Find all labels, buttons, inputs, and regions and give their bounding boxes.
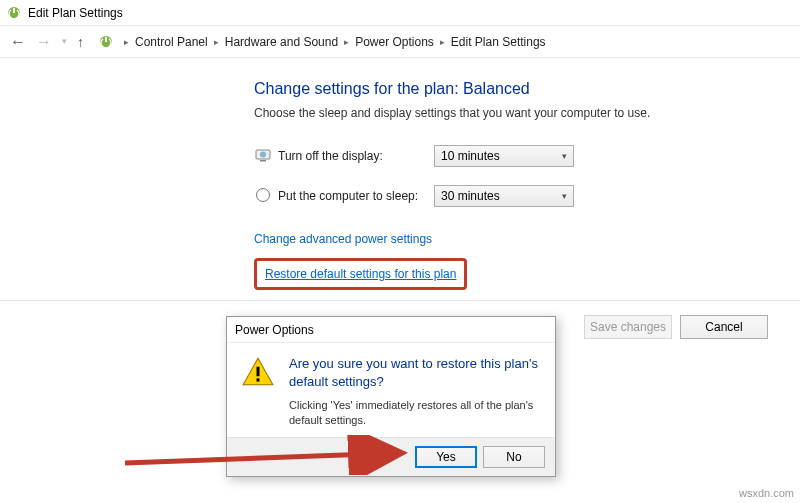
title-bar: Edit Plan Settings xyxy=(0,0,800,26)
warning-icon xyxy=(241,355,275,429)
nav-bar: ← → ▾ ↑ ▸ Control Panel ▸ Hardware and S… xyxy=(0,26,800,58)
power-plan-icon xyxy=(6,5,22,21)
location-icon xyxy=(98,34,114,50)
row-sleep: Put the computer to sleep: 30 minutes ▾ xyxy=(254,182,800,210)
dialog-title: Power Options xyxy=(227,317,555,343)
breadcrumb: ▸ Control Panel ▸ Hardware and Sound ▸ P… xyxy=(124,35,546,49)
main-content: Change settings for the plan: Balanced C… xyxy=(0,58,800,290)
crumb-edit-plan[interactable]: Edit Plan Settings xyxy=(451,35,546,49)
display-dropdown[interactable]: 10 minutes ▾ xyxy=(434,145,574,167)
sleep-dropdown[interactable]: 30 minutes ▾ xyxy=(434,185,574,207)
page-subtext: Choose the sleep and display settings th… xyxy=(254,106,800,120)
page-heading: Change settings for the plan: Balanced xyxy=(254,80,800,98)
dialog-button-row: Yes No xyxy=(227,437,555,476)
chevron-right-icon[interactable]: ▸ xyxy=(440,37,445,47)
chevron-down-icon: ▾ xyxy=(562,191,567,201)
dialog-sub-text: Clicking 'Yes' immediately restores all … xyxy=(289,398,541,429)
chevron-right-icon[interactable]: ▸ xyxy=(214,37,219,47)
display-dropdown-value: 10 minutes xyxy=(441,149,500,163)
display-icon xyxy=(254,147,272,166)
yes-button[interactable]: Yes xyxy=(415,446,477,468)
highlight-box: Restore default settings for this plan xyxy=(254,258,467,290)
watermark: wsxdn.com xyxy=(739,487,794,499)
save-changes-button: Save changes xyxy=(584,315,672,339)
svg-rect-1 xyxy=(13,8,15,13)
crumb-control-panel[interactable]: Control Panel xyxy=(135,35,208,49)
chevron-down-icon: ▾ xyxy=(562,151,567,161)
svg-rect-10 xyxy=(257,378,260,381)
links-area: Change advanced power settings Restore d… xyxy=(254,232,800,290)
sleep-label: Put the computer to sleep: xyxy=(278,189,434,203)
window-title: Edit Plan Settings xyxy=(28,6,123,20)
link-advanced-settings[interactable]: Change advanced power settings xyxy=(254,232,432,246)
svg-rect-9 xyxy=(257,367,260,377)
crumb-hardware-sound[interactable]: Hardware and Sound xyxy=(225,35,338,49)
crumb-power-options[interactable]: Power Options xyxy=(355,35,434,49)
svg-rect-3 xyxy=(105,37,107,42)
no-button[interactable]: No xyxy=(483,446,545,468)
link-restore-defaults[interactable]: Restore default settings for this plan xyxy=(265,267,456,281)
svg-rect-6 xyxy=(260,160,266,162)
forward-button: → xyxy=(36,34,52,50)
row-display: Turn off the display: 10 minutes ▾ xyxy=(254,142,800,170)
display-label: Turn off the display: xyxy=(278,149,434,163)
chevron-right-icon[interactable]: ▸ xyxy=(124,37,129,47)
sleep-icon xyxy=(254,187,272,206)
cancel-button[interactable]: Cancel xyxy=(680,315,768,339)
sleep-dropdown-value: 30 minutes xyxy=(441,189,500,203)
recent-locations-chevron[interactable]: ▾ xyxy=(62,37,67,46)
separator xyxy=(0,300,800,301)
up-button[interactable]: ↑ xyxy=(77,34,84,50)
button-row: Save changes Cancel xyxy=(584,315,768,339)
svg-point-5 xyxy=(260,151,266,157)
dialog-main-text: Are you sure you want to restore this pl… xyxy=(289,355,541,390)
back-button[interactable]: ← xyxy=(10,34,26,50)
confirm-dialog: Power Options Are you sure you want to r… xyxy=(226,316,556,477)
chevron-right-icon[interactable]: ▸ xyxy=(344,37,349,47)
svg-point-7 xyxy=(257,188,270,201)
